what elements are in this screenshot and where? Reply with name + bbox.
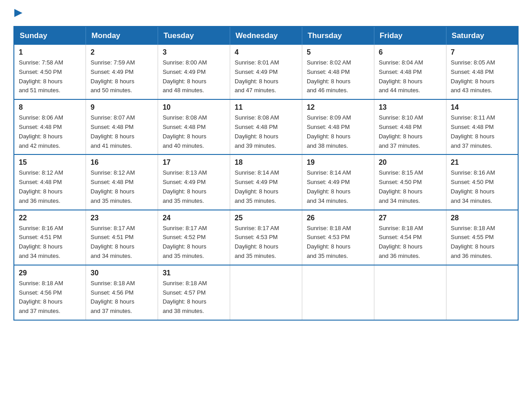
- calendar-cell: 16 Sunrise: 8:12 AM Sunset: 4:48 PM Dayl…: [86, 154, 158, 210]
- calendar-week-1: 1 Sunrise: 7:58 AM Sunset: 4:50 PM Dayli…: [14, 45, 518, 99]
- day-number: 30: [90, 269, 153, 277]
- calendar-cell: 7 Sunrise: 8:05 AM Sunset: 4:48 PM Dayli…: [446, 45, 518, 99]
- day-number: 3: [163, 48, 225, 56]
- day-number: 4: [235, 48, 297, 56]
- calendar-cell: 24 Sunrise: 8:17 AM Sunset: 4:52 PM Dayl…: [158, 210, 230, 265]
- calendar-week-3: 15 Sunrise: 8:12 AM Sunset: 4:48 PM Dayl…: [14, 154, 518, 210]
- day-header-sunday: Sunday: [14, 26, 86, 45]
- calendar-cell: 11 Sunrise: 8:08 AM Sunset: 4:48 PM Dayl…: [230, 99, 302, 154]
- calendar-cell: 9 Sunrise: 8:07 AM Sunset: 4:48 PM Dayli…: [86, 99, 158, 154]
- day-number: 1: [19, 48, 81, 56]
- day-number: 28: [451, 214, 513, 222]
- calendar-cell: 27 Sunrise: 8:18 AM Sunset: 4:54 PM Dayl…: [374, 210, 446, 265]
- day-info: Sunrise: 8:07 AM Sunset: 4:48 PM Dayligh…: [90, 113, 153, 150]
- day-number: 19: [307, 158, 369, 167]
- day-info: Sunrise: 8:16 AM Sunset: 4:51 PM Dayligh…: [19, 224, 81, 261]
- day-number: 13: [379, 103, 442, 111]
- day-number: 22: [19, 214, 81, 222]
- day-info: Sunrise: 8:12 AM Sunset: 4:48 PM Dayligh…: [90, 168, 153, 206]
- day-header-friday: Friday: [374, 26, 446, 45]
- calendar-cell: 28 Sunrise: 8:18 AM Sunset: 4:55 PM Dayl…: [446, 210, 518, 265]
- day-info: Sunrise: 8:12 AM Sunset: 4:48 PM Dayligh…: [19, 168, 81, 206]
- day-number: 15: [19, 158, 81, 167]
- day-info: Sunrise: 7:58 AM Sunset: 4:50 PM Dayligh…: [19, 58, 81, 95]
- day-info: Sunrise: 8:13 AM Sunset: 4:49 PM Dayligh…: [163, 168, 225, 206]
- day-info: Sunrise: 8:18 AM Sunset: 4:56 PM Dayligh…: [19, 279, 81, 316]
- day-header-tuesday: Tuesday: [158, 26, 230, 45]
- day-number: 16: [90, 158, 153, 167]
- calendar-cell: 20 Sunrise: 8:15 AM Sunset: 4:50 PM Dayl…: [374, 154, 446, 210]
- calendar-cell: 14 Sunrise: 8:11 AM Sunset: 4:48 PM Dayl…: [446, 99, 518, 154]
- calendar-cell: 30 Sunrise: 8:18 AM Sunset: 4:56 PM Dayl…: [86, 265, 158, 320]
- day-header-thursday: Thursday: [302, 26, 374, 45]
- day-number: 7: [451, 48, 513, 56]
- calendar-week-5: 29 Sunrise: 8:18 AM Sunset: 4:56 PM Dayl…: [14, 265, 518, 320]
- calendar-cell: 1 Sunrise: 7:58 AM Sunset: 4:50 PM Dayli…: [14, 45, 86, 99]
- day-info: Sunrise: 7:59 AM Sunset: 4:49 PM Dayligh…: [90, 58, 153, 95]
- day-number: 21: [451, 158, 513, 167]
- logo: [13, 9, 22, 17]
- calendar-cell: 15 Sunrise: 8:12 AM Sunset: 4:48 PM Dayl…: [14, 154, 86, 210]
- calendar-cell: 13 Sunrise: 8:10 AM Sunset: 4:48 PM Dayl…: [374, 99, 446, 154]
- calendar-cell: 23 Sunrise: 8:17 AM Sunset: 4:51 PM Dayl…: [86, 210, 158, 265]
- calendar-header-row: SundayMondayTuesdayWednesdayThursdayFrid…: [14, 26, 518, 45]
- day-info: Sunrise: 8:08 AM Sunset: 4:48 PM Dayligh…: [235, 113, 297, 150]
- day-info: Sunrise: 8:04 AM Sunset: 4:48 PM Dayligh…: [379, 58, 442, 95]
- day-number: 5: [307, 48, 369, 56]
- day-number: 29: [19, 269, 81, 277]
- calendar-cell: 6 Sunrise: 8:04 AM Sunset: 4:48 PM Dayli…: [374, 45, 446, 99]
- day-info: Sunrise: 8:06 AM Sunset: 4:48 PM Dayligh…: [19, 113, 81, 150]
- day-number: 27: [379, 214, 442, 222]
- calendar-cell: [230, 265, 302, 320]
- day-number: 17: [163, 158, 225, 167]
- calendar-cell: 25 Sunrise: 8:17 AM Sunset: 4:53 PM Dayl…: [230, 210, 302, 265]
- calendar-cell: [374, 265, 446, 320]
- day-header-saturday: Saturday: [446, 26, 518, 45]
- day-info: Sunrise: 8:17 AM Sunset: 4:53 PM Dayligh…: [235, 224, 297, 261]
- day-info: Sunrise: 8:00 AM Sunset: 4:49 PM Dayligh…: [163, 58, 225, 95]
- day-number: 20: [379, 158, 442, 167]
- day-number: 31: [163, 269, 225, 277]
- calendar-cell: 5 Sunrise: 8:02 AM Sunset: 4:48 PM Dayli…: [302, 45, 374, 99]
- day-info: Sunrise: 8:11 AM Sunset: 4:48 PM Dayligh…: [451, 113, 513, 150]
- calendar-cell: 18 Sunrise: 8:14 AM Sunset: 4:49 PM Dayl…: [230, 154, 302, 210]
- day-info: Sunrise: 8:10 AM Sunset: 4:48 PM Dayligh…: [379, 113, 442, 150]
- calendar-cell: 12 Sunrise: 8:09 AM Sunset: 4:48 PM Dayl…: [302, 99, 374, 154]
- calendar-cell: 10 Sunrise: 8:08 AM Sunset: 4:48 PM Dayl…: [158, 99, 230, 154]
- day-number: 9: [90, 103, 153, 111]
- svg-marker-0: [14, 9, 22, 17]
- page-header: [13, 9, 519, 17]
- calendar-table: SundayMondayTuesdayWednesdayThursdayFrid…: [13, 26, 519, 321]
- day-info: Sunrise: 8:18 AM Sunset: 4:56 PM Dayligh…: [90, 279, 153, 316]
- day-number: 2: [90, 48, 153, 56]
- calendar-cell: 2 Sunrise: 7:59 AM Sunset: 4:49 PM Dayli…: [86, 45, 158, 99]
- calendar-cell: 29 Sunrise: 8:18 AM Sunset: 4:56 PM Dayl…: [14, 265, 86, 320]
- day-info: Sunrise: 8:18 AM Sunset: 4:57 PM Dayligh…: [163, 279, 225, 316]
- day-info: Sunrise: 8:14 AM Sunset: 4:49 PM Dayligh…: [235, 168, 297, 206]
- calendar-cell: [302, 265, 374, 320]
- day-info: Sunrise: 8:18 AM Sunset: 4:54 PM Dayligh…: [379, 224, 442, 261]
- calendar-week-4: 22 Sunrise: 8:16 AM Sunset: 4:51 PM Dayl…: [14, 210, 518, 265]
- day-info: Sunrise: 8:18 AM Sunset: 4:55 PM Dayligh…: [451, 224, 513, 261]
- calendar-cell: 19 Sunrise: 8:14 AM Sunset: 4:49 PM Dayl…: [302, 154, 374, 210]
- day-info: Sunrise: 8:01 AM Sunset: 4:49 PM Dayligh…: [235, 58, 297, 95]
- day-number: 26: [307, 214, 369, 222]
- day-number: 25: [235, 214, 297, 222]
- calendar-cell: 22 Sunrise: 8:16 AM Sunset: 4:51 PM Dayl…: [14, 210, 86, 265]
- day-info: Sunrise: 8:15 AM Sunset: 4:50 PM Dayligh…: [379, 168, 442, 206]
- day-number: 6: [379, 48, 442, 56]
- day-number: 23: [90, 214, 153, 222]
- day-number: 24: [163, 214, 225, 222]
- day-number: 10: [163, 103, 225, 111]
- day-number: 18: [235, 158, 297, 167]
- day-header-wednesday: Wednesday: [230, 26, 302, 45]
- day-info: Sunrise: 8:14 AM Sunset: 4:49 PM Dayligh…: [307, 168, 369, 206]
- calendar-cell: 17 Sunrise: 8:13 AM Sunset: 4:49 PM Dayl…: [158, 154, 230, 210]
- calendar-cell: 31 Sunrise: 8:18 AM Sunset: 4:57 PM Dayl…: [158, 265, 230, 320]
- day-info: Sunrise: 8:18 AM Sunset: 4:53 PM Dayligh…: [307, 224, 369, 261]
- calendar-week-2: 8 Sunrise: 8:06 AM Sunset: 4:48 PM Dayli…: [14, 99, 518, 154]
- day-info: Sunrise: 8:16 AM Sunset: 4:50 PM Dayligh…: [451, 168, 513, 206]
- day-info: Sunrise: 8:02 AM Sunset: 4:48 PM Dayligh…: [307, 58, 369, 95]
- calendar-cell: 21 Sunrise: 8:16 AM Sunset: 4:50 PM Dayl…: [446, 154, 518, 210]
- calendar-cell: 4 Sunrise: 8:01 AM Sunset: 4:49 PM Dayli…: [230, 45, 302, 99]
